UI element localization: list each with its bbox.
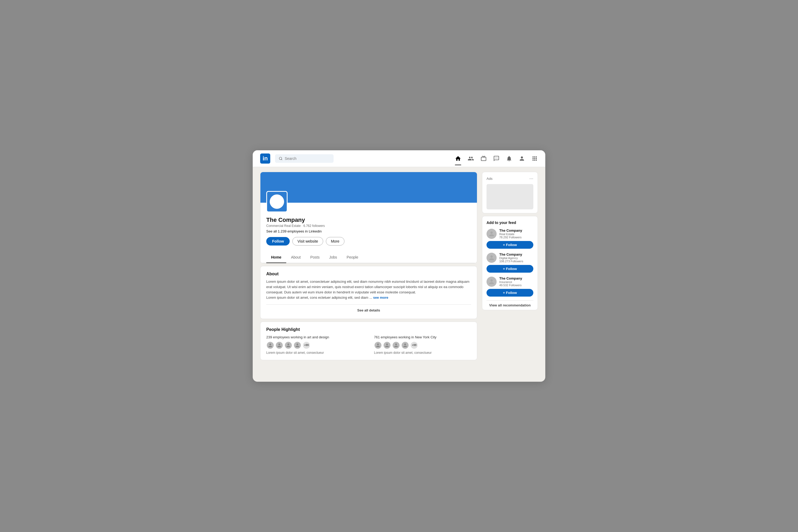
feed-item-2-info: The Company Digital Agency 108.273 Follo… (499, 252, 533, 263)
feed-item-3-top: The Company Insurance 49.532 Followers (487, 277, 533, 287)
ads-header: Ads ··· (487, 176, 533, 182)
feed-card: Add to your feed The Company Real Estate… (482, 216, 538, 310)
search-icon (279, 156, 283, 161)
feed-follow-button-1[interactable]: + Follow (487, 241, 533, 249)
tab-about[interactable]: About (286, 252, 306, 263)
profile-info: The Company Commercial Real Estate · 6.7… (261, 212, 477, 250)
feed-item-1: The Company Real Estate 78.292 Followers… (487, 228, 533, 249)
svg-line-1 (281, 159, 282, 160)
feed-item-3-info: The Company Insurance 49.532 Followers (499, 277, 533, 287)
feed-item-3: The Company Insurance 49.532 Followers +… (487, 277, 533, 297)
avatar-8 (401, 341, 409, 349)
avatar-row-2: +99 (374, 341, 471, 349)
feed-item-1-sub: Real Estate (499, 232, 533, 236)
tab-posts[interactable]: Posts (306, 252, 324, 263)
tab-people[interactable]: People (342, 252, 363, 263)
follow-button[interactable]: Follow (266, 237, 290, 246)
feed-follow-button-2[interactable]: + Follow (487, 265, 533, 273)
see-more-link[interactable]: see more (373, 296, 388, 300)
tab-jobs[interactable]: Jobs (324, 252, 342, 263)
browser-window: in (253, 150, 545, 382)
profile-card: The Company Commercial Real Estate · 6.7… (260, 172, 477, 263)
profile-actions: Follow Visit website More (266, 237, 471, 246)
people-highlight-title: People Highlight (266, 327, 471, 332)
nav-network[interactable] (468, 155, 474, 162)
visit-website-button[interactable]: Visit website (292, 237, 323, 246)
feed-follow-button-3[interactable]: + Follow (487, 289, 533, 297)
feed-item-1-top: The Company Real Estate 78.292 Followers (487, 228, 533, 239)
about-section: About Lorem ipsum dolor sit amet, consec… (260, 266, 477, 319)
about-text: Lorem ipsum dolor sit amet, consectetuer… (266, 279, 471, 301)
home-icon (455, 155, 461, 162)
feed-item-2-followers: 108.273 Followers (499, 260, 533, 263)
avatar-more-2: +99 (410, 341, 418, 349)
right-column: Ads ··· Add to your feed The Company (482, 172, 538, 310)
nav-work[interactable] (531, 155, 538, 162)
nav-messaging[interactable] (493, 155, 499, 162)
nav-home[interactable] (455, 155, 461, 162)
feed-avatar-1 (487, 229, 497, 239)
feed-item-2-sub: Digital Agency (499, 256, 533, 260)
profile-icon (519, 155, 525, 162)
company-logo-wrap (266, 191, 288, 212)
more-button[interactable]: More (326, 237, 344, 246)
nav-notifications[interactable] (506, 155, 512, 162)
profile-tabs: Home About Posts Jobs People (261, 252, 477, 263)
ads-card: Ads ··· (482, 172, 538, 213)
avatar-3 (284, 341, 292, 349)
people-group-2-desc: Lorem ipsum dolor sit amet, consectueur (374, 351, 471, 355)
feed-item-2-top: The Company Digital Agency 108.273 Follo… (487, 252, 533, 263)
feed-item-1-followers: 78.292 Followers (499, 236, 533, 239)
messaging-icon (493, 155, 499, 162)
avatar-more-1: +99 (302, 341, 310, 349)
followers-text: 6.762 followers (303, 224, 325, 228)
nav-bar: in (253, 150, 545, 167)
people-highlight-section: People Highlight 239 employees working i… (260, 322, 477, 360)
feed-avatar-3 (487, 277, 497, 287)
avatar-6 (383, 341, 391, 349)
ads-dots[interactable]: ··· (529, 176, 533, 182)
avatar-4 (293, 341, 301, 349)
feed-item-2: The Company Digital Agency 108.273 Follo… (487, 252, 533, 273)
ads-title: Ads (487, 177, 492, 180)
people-group-1-title: 239 employees working in art and design (266, 335, 363, 339)
jobs-icon (480, 155, 487, 162)
about-title: About (266, 271, 471, 277)
cover-photo (261, 172, 477, 203)
company-industry: Commercial Real Estate · 6.762 followers (266, 224, 471, 228)
people-group-2-title: 761 employees working in New York City (374, 335, 471, 339)
company-logo-circle (270, 194, 284, 209)
nav-me[interactable] (519, 155, 525, 162)
view-all-link[interactable]: View all recommendation (487, 300, 533, 307)
feed-item-1-name: The Company (499, 228, 533, 232)
notifications-icon (506, 155, 512, 162)
search-bar[interactable] (275, 154, 334, 163)
feed-item-2-name: The Company (499, 252, 533, 256)
tab-home[interactable]: Home (266, 252, 286, 263)
company-name: The Company (266, 216, 471, 224)
avatar-1 (266, 341, 274, 349)
employees-link[interactable]: See all 1.239 employees in Linkedin (266, 229, 471, 233)
people-group-1: 239 employees working in art and design (266, 335, 363, 355)
avatar-2 (275, 341, 283, 349)
nav-jobs[interactable] (480, 155, 487, 162)
linkedin-logo: in (260, 153, 270, 164)
avatar-7 (392, 341, 400, 349)
feed-item-1-info: The Company Real Estate 78.292 Followers (499, 228, 533, 239)
main-content: The Company Commercial Real Estate · 6.7… (253, 167, 545, 365)
ads-image (487, 184, 533, 209)
grid-icon (531, 155, 538, 162)
people-grid: 239 employees working in art and design (266, 335, 471, 355)
search-input[interactable] (285, 156, 330, 161)
nav-icons (455, 155, 538, 162)
left-column: The Company Commercial Real Estate · 6.7… (260, 172, 477, 360)
feed-item-3-followers: 49.532 Followers (499, 284, 533, 287)
feed-item-3-name: The Company (499, 277, 533, 280)
feed-avatar-2 (487, 253, 497, 263)
avatar-row-1: +99 (266, 341, 363, 349)
people-icon (468, 155, 474, 162)
feed-title: Add to your feed (487, 221, 533, 225)
people-group-2: 761 employees working in New York City (374, 335, 471, 355)
avatar-5 (374, 341, 382, 349)
see-all-details-link[interactable]: See all details (266, 304, 471, 314)
